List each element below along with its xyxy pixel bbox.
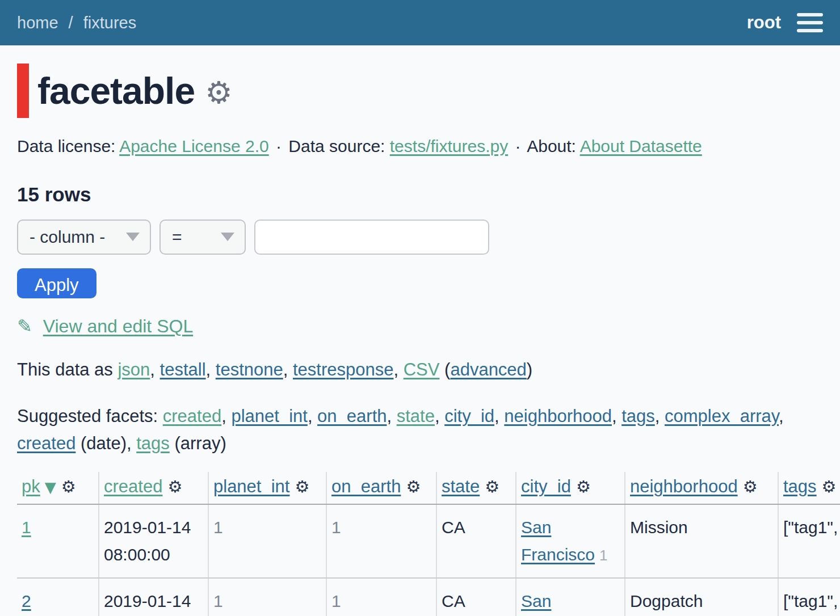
row-count: 15 rows xyxy=(17,183,823,206)
cell-pk: 2 xyxy=(17,578,99,616)
cell-value: ["tag1", "tag3"] xyxy=(783,592,840,610)
facet-link-neighborhood[interactable]: neighborhood xyxy=(504,406,612,426)
facet-link-state[interactable]: state xyxy=(397,406,435,426)
nav-right: root xyxy=(747,11,823,35)
filter-value-input[interactable] xyxy=(254,220,489,255)
city_id-link[interactable]: San Francisco xyxy=(521,592,595,616)
export-link-testresponse[interactable]: testresponse xyxy=(293,360,394,379)
link-separator: , xyxy=(283,360,293,379)
user-label[interactable]: root xyxy=(747,12,781,33)
table-settings-gear-icon[interactable]: ⚙ xyxy=(205,75,232,111)
cell-raw-id: 1 xyxy=(599,547,607,564)
view-edit-sql-link[interactable]: View and edit SQL xyxy=(43,316,193,336)
cell-neighborhood: Dogpatch xyxy=(625,578,778,616)
facet-link-complex_array[interactable]: complex_array xyxy=(665,406,779,426)
cell-value: 1 xyxy=(331,518,341,537)
export-link-advanced[interactable]: advanced xyxy=(450,360,526,379)
link-separator: , xyxy=(655,406,665,426)
cell-value: Dogpatch xyxy=(630,592,703,610)
column-header-planet_int: planet_int⚙ xyxy=(208,472,326,504)
column-sort-link-on_earth[interactable]: on_earth xyxy=(331,476,401,496)
breadcrumb: home / fixtures xyxy=(17,14,136,32)
breadcrumb-home[interactable]: home xyxy=(17,14,58,32)
filter-operator-value: = xyxy=(172,227,182,247)
facet-link-created[interactable]: created xyxy=(17,433,75,453)
cell-pk: 1 xyxy=(17,504,99,578)
export-link-testnone[interactable]: testnone xyxy=(216,360,283,379)
export-prefix: This data as xyxy=(17,360,117,379)
column-sort-link-tags[interactable]: tags xyxy=(783,476,817,496)
cell-value: CA xyxy=(442,518,465,537)
chevron-down-icon xyxy=(126,233,140,241)
link-separator: , xyxy=(150,360,159,379)
column-header-on_earth: on_earth⚙ xyxy=(326,472,436,504)
facet-link-tags[interactable]: tags xyxy=(621,406,655,426)
column-sort-link-planet_int[interactable]: planet_int xyxy=(213,476,289,496)
chevron-down-icon xyxy=(221,233,234,241)
cell-value: 2019-01-14 08:00:00 xyxy=(104,518,191,564)
export-link-json[interactable]: json xyxy=(117,360,150,379)
facet-link-created[interactable]: created xyxy=(163,406,221,426)
facet-link-planet_int[interactable]: planet_int xyxy=(231,406,307,426)
link-separator: , xyxy=(308,406,317,426)
column-gear-icon[interactable]: ⚙ xyxy=(743,477,758,496)
separator-dot: · xyxy=(515,137,521,155)
cell-on_earth: 1 xyxy=(326,504,436,578)
column-header-tags: tags⚙ xyxy=(778,472,840,504)
breadcrumb-separator: / xyxy=(69,14,73,32)
column-sort-link-created[interactable]: created xyxy=(104,476,162,496)
export-link-testall[interactable]: testall xyxy=(160,360,206,379)
cell-value: 2019-01-14 08:00:00 xyxy=(104,592,191,616)
column-sort-link-neighborhood[interactable]: neighborhood xyxy=(630,476,738,496)
export-links: This data as json, testall, testnone, te… xyxy=(17,360,823,380)
facet-link-on_earth[interactable]: on_earth xyxy=(317,406,387,426)
table-header-row: pk▼⚙created⚙planet_int⚙on_earth⚙state⚙ci… xyxy=(17,472,840,504)
column-gear-icon[interactable]: ⚙ xyxy=(576,477,591,496)
cell-planet_int: 1 xyxy=(208,578,326,616)
facets-prefix: Suggested facets: xyxy=(17,406,163,426)
license-link[interactable]: Apache License 2.0 xyxy=(119,137,269,155)
facet-link-tags[interactable]: tags xyxy=(136,433,170,453)
column-header-city_id: city_id⚙ xyxy=(516,472,625,504)
cell-tags: ["tag1", "tag2"] xyxy=(778,504,840,578)
hamburger-menu-icon[interactable] xyxy=(797,11,823,35)
cell-value: 1 xyxy=(213,518,223,537)
column-sort-link-city_id[interactable]: city_id xyxy=(521,476,571,496)
page-title: facetable xyxy=(37,69,195,112)
filter-operator-select[interactable]: = xyxy=(159,220,246,255)
column-gear-icon[interactable]: ⚙ xyxy=(822,477,837,496)
source-link[interactable]: tests/fixtures.py xyxy=(390,137,508,155)
sort-desc-icon: ▼ xyxy=(45,479,56,496)
link-separator: (date), xyxy=(75,433,136,453)
pk-link[interactable]: 1 xyxy=(22,518,31,537)
filter-column-select[interactable]: - column - xyxy=(17,220,151,255)
column-gear-icon[interactable]: ⚙ xyxy=(167,477,182,496)
city_id-link[interactable]: San Francisco xyxy=(521,518,595,564)
link-separator: , xyxy=(393,360,403,379)
column-sort-link-pk[interactable]: pk xyxy=(22,476,40,496)
table-row: 22019-01-14 08:00:0011CASan Francisco1Do… xyxy=(17,578,840,616)
column-header-created: created⚙ xyxy=(99,472,208,504)
cell-value: 1 xyxy=(331,592,341,610)
cell-state: CA xyxy=(436,504,516,578)
cell-created: 2019-01-14 08:00:00 xyxy=(99,578,208,616)
license-label: Data license: xyxy=(17,137,115,155)
export-link-CSV[interactable]: CSV xyxy=(404,360,440,379)
column-header-state: state⚙ xyxy=(436,472,516,504)
cell-created: 2019-01-14 08:00:00 xyxy=(99,504,208,578)
about-link[interactable]: About Datasette xyxy=(580,137,702,155)
facet-link-city_id[interactable]: city_id xyxy=(444,406,494,426)
cell-state: CA xyxy=(436,578,516,616)
column-gear-icon[interactable]: ⚙ xyxy=(61,477,76,496)
column-gear-icon[interactable]: ⚙ xyxy=(295,477,309,496)
column-sort-link-state[interactable]: state xyxy=(442,476,480,496)
cell-on_earth: 1 xyxy=(326,578,436,616)
separator-dot: · xyxy=(276,137,282,155)
table-row: 12019-01-14 08:00:0011CASan Francisco1Mi… xyxy=(17,504,840,578)
apply-button[interactable]: Apply xyxy=(17,268,96,298)
breadcrumb-database[interactable]: fixtures xyxy=(83,14,136,32)
link-separator: ( xyxy=(439,360,450,379)
column-gear-icon[interactable]: ⚙ xyxy=(485,477,499,496)
column-gear-icon[interactable]: ⚙ xyxy=(406,477,421,496)
pk-link[interactable]: 2 xyxy=(22,592,31,610)
